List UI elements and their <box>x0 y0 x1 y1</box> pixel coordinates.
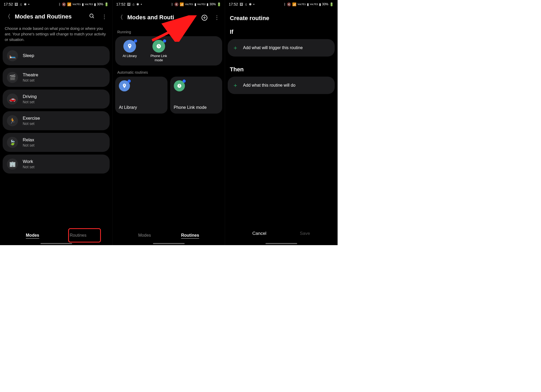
status-bar: 17:52 🖼 ♫ ✱ • ᛒ 🔇 📶 VoLTE1 ▮ VoLTE2 ▮ 30… <box>0 0 112 8</box>
mode-title: Theatre <box>23 72 38 78</box>
more-icon[interactable]: ⋮ <box>100 15 109 19</box>
mode-title: Relax <box>23 137 34 143</box>
tab-routines[interactable]: Routines <box>179 231 200 240</box>
signal1-icon: ▮ <box>307 2 309 6</box>
screen-create-routine: 17:52 🖼 ♫ ✱ • ᛒ 🔇 📶 VoLTE1 ▮ VoLTE2 ▮ 30… <box>225 0 338 245</box>
location-icon <box>123 40 136 53</box>
app-header: 〈 Modes and Routines ⋮ <box>0 8 112 24</box>
lte2-icon: VoLTE2 <box>310 3 318 6</box>
lte1-icon: VoLTE1 <box>297 3 306 6</box>
clock-icon <box>174 80 185 91</box>
plus-icon: ＋ <box>232 81 238 89</box>
add-trigger-text: Add what will trigger this routine <box>243 45 303 50</box>
wifi-icon: 📶 <box>67 2 71 6</box>
music-icon: ♫ <box>20 2 22 6</box>
svg-point-0 <box>90 14 93 17</box>
misc-icon: ✱ <box>136 2 139 6</box>
page-title: Modes and Routi <box>127 14 183 21</box>
mode-sub: Not set <box>23 165 34 169</box>
plus-icon: ＋ <box>232 44 238 52</box>
auto-title: Phone Link mode <box>174 105 219 110</box>
sleep-icon: 🛏️ <box>7 50 18 61</box>
auto-card-phonelink[interactable]: Phone Link mode <box>170 77 222 114</box>
cancel-button[interactable]: Cancel <box>247 228 272 239</box>
status-time: 17:52 <box>4 2 13 6</box>
lte2-icon: VoLTE2 <box>197 3 206 6</box>
mode-item-exercise[interactable]: 🏃 Exercise Not set <box>3 111 110 130</box>
tab-modes[interactable]: Modes <box>137 231 152 240</box>
add-icon[interactable]: ＋ <box>186 12 196 23</box>
music-icon: ♫ <box>245 2 247 6</box>
mode-sub: Not set <box>23 143 34 147</box>
running-item-phonelink[interactable]: Phone Link mode <box>147 40 170 62</box>
nav-handle[interactable] <box>265 243 297 244</box>
auto-card-library[interactable]: At Library <box>115 77 167 114</box>
location-icon <box>119 80 130 91</box>
running-card: At Library Phone Link mode <box>115 36 222 66</box>
image-icon: 🖼 <box>240 2 243 6</box>
tab-routines[interactable]: Routines <box>68 231 88 240</box>
bluetooth-icon: ᛒ <box>284 2 286 6</box>
running-item-library[interactable]: At Library <box>118 40 141 62</box>
battery-icon: 🔋 <box>104 2 109 6</box>
lte1-icon: VoLTE1 <box>72 3 81 6</box>
search-icon[interactable] <box>87 12 96 21</box>
lte1-icon: VoLTE1 <box>185 3 193 6</box>
mode-item-relax[interactable]: 🍃 Relax Not set <box>3 133 110 152</box>
mode-title: Exercise <box>23 116 40 121</box>
then-heading: Then <box>225 63 337 76</box>
bluetooth-icon: ᛒ <box>59 2 61 6</box>
add-trigger-button[interactable]: ＋ Add what will trigger this routine <box>228 39 335 57</box>
dot-icon: • <box>253 2 255 6</box>
bottom-tabs: Modes Routines <box>0 231 112 240</box>
more-icon[interactable]: ⋮ <box>213 15 221 20</box>
mode-title: Work <box>23 159 34 164</box>
mode-item-driving[interactable]: 🚗 Driving Not set <box>3 90 110 109</box>
theatre-icon: 🎬 <box>7 72 18 83</box>
mode-sub: Not set <box>23 78 38 82</box>
lte2-icon: VoLTE2 <box>85 3 93 6</box>
mode-title: Sleep <box>23 53 34 58</box>
image-icon: 🖼 <box>15 2 18 6</box>
page-title: Create routine <box>225 8 337 26</box>
auto-routines-grid: At Library Phone Link mode <box>115 77 222 114</box>
misc-icon: ✱ <box>249 2 252 6</box>
driving-icon: 🚗 <box>7 94 18 105</box>
auto-title: At Library <box>119 105 164 110</box>
status-time: 17:52 <box>116 2 125 6</box>
dot-icon: • <box>28 2 30 6</box>
status-bar: 17:52 🖼 ♫ ✱ • ᛒ 🔇 📶 VoLTE1 ▮ VoLTE2 ▮ 30… <box>113 0 225 8</box>
discover-icon[interactable]: ✜ <box>200 13 209 22</box>
add-action-button[interactable]: ＋ Add what this routine will do <box>228 77 335 94</box>
mode-item-theatre[interactable]: 🎬 Theatre Not set <box>3 68 110 87</box>
wifi-icon: 📶 <box>292 2 296 6</box>
save-button[interactable]: Save <box>295 228 315 239</box>
mode-title: Driving <box>23 94 37 99</box>
battery-text: 30% <box>97 2 103 6</box>
work-icon: 🏢 <box>7 158 18 170</box>
if-heading: If <box>225 26 337 38</box>
music-icon: ♫ <box>132 2 135 6</box>
back-icon[interactable]: 〈 <box>4 12 12 22</box>
dot-icon: • <box>141 2 142 6</box>
battery-text: 30% <box>209 2 216 6</box>
relax-icon: 🍃 <box>7 137 18 148</box>
running-label: At Library <box>123 54 137 58</box>
mode-item-work[interactable]: 🏢 Work Not set <box>3 155 110 174</box>
screen-routines: 17:52 🖼 ♫ ✱ • ᛒ 🔇 📶 VoLTE1 ▮ VoLTE2 ▮ 30… <box>113 0 225 245</box>
nav-handle[interactable] <box>153 243 185 244</box>
running-label: Phone Link mode <box>147 54 170 62</box>
app-header: 〈 Modes and Routi ＋ ✜ ⋮ <box>113 8 225 25</box>
status-bar: 17:52 🖼 ♫ ✱ • ᛒ 🔇 📶 VoLTE1 ▮ VoLTE2 ▮ 30… <box>225 0 337 8</box>
exercise-icon: 🏃 <box>7 115 18 126</box>
tab-modes[interactable]: Modes <box>24 231 41 240</box>
mute-icon: 🔇 <box>287 2 291 6</box>
battery-text: 30% <box>322 2 328 6</box>
clock-icon <box>152 40 165 53</box>
mode-item-sleep[interactable]: 🛏️ Sleep <box>3 46 110 65</box>
nav-handle[interactable] <box>40 243 72 244</box>
signal1-icon: ▮ <box>194 2 196 6</box>
battery-icon: 🔋 <box>329 2 334 6</box>
back-icon[interactable]: 〈 <box>116 12 124 22</box>
mode-list: 🛏️ Sleep 🎬 Theatre Not set 🚗 Driving Not… <box>0 46 112 174</box>
